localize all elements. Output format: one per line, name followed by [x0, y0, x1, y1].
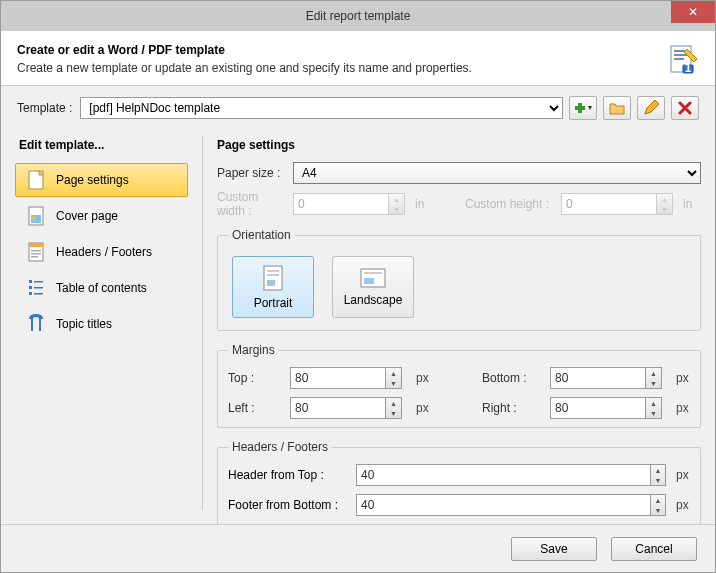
portrait-icon: [262, 264, 284, 292]
main-panel: Page settings Paper size : A4 Custom wid…: [217, 132, 701, 514]
window-title: Edit report template: [1, 9, 715, 23]
delete-template-button[interactable]: [671, 96, 699, 120]
folder-open-icon: [609, 101, 625, 115]
sidebar: Edit template... Page settings Cover pag…: [15, 132, 188, 514]
edit-template-button[interactable]: [637, 96, 665, 120]
margin-left-label: Left :: [228, 401, 284, 415]
unit-in: in: [415, 197, 433, 211]
unit-px: px: [416, 371, 434, 385]
close-button[interactable]: ✕: [671, 1, 715, 23]
footer-spinner[interactable]: ▲▼: [651, 494, 666, 516]
svg-rect-16: [31, 256, 38, 258]
svg-rect-21: [34, 287, 43, 289]
header-spinner[interactable]: ▲▼: [651, 464, 666, 486]
svg-rect-3: [674, 58, 684, 60]
margin-bottom-input[interactable]: [550, 367, 646, 389]
margin-top-label: Top :: [228, 371, 284, 385]
add-plus-icon: [573, 101, 593, 115]
vertical-divider: [202, 136, 203, 510]
svg-rect-15: [31, 253, 41, 255]
landscape-icon: [359, 267, 387, 289]
unit-px: px: [676, 498, 694, 512]
open-template-button[interactable]: [603, 96, 631, 120]
sidebar-item-label: Page settings: [56, 173, 129, 187]
orientation-group: Orientation Portrait Landscape: [217, 228, 701, 331]
margin-right-label: Right :: [482, 401, 544, 415]
sidebar-item-page-settings[interactable]: Page settings: [15, 163, 188, 197]
margin-bottom-spinner[interactable]: ▲▼: [646, 367, 662, 389]
footer-from-bottom-input[interactable]: [356, 494, 651, 516]
svg-rect-25: [267, 274, 279, 276]
svg-rect-13: [29, 243, 43, 247]
template-selector-row: Template : [pdf] HelpNDoc template: [1, 86, 715, 126]
template-dropdown[interactable]: [pdf] HelpNDoc template: [80, 97, 563, 119]
margin-top-spinner[interactable]: ▲▼: [386, 367, 402, 389]
sidebar-item-cover-page[interactable]: Cover page: [15, 199, 188, 233]
custom-width-input: [293, 193, 389, 215]
margin-left-spinner[interactable]: ▲▼: [386, 397, 402, 419]
landscape-label: Landscape: [344, 293, 403, 307]
margins-legend: Margins: [228, 343, 279, 357]
margins-group: Margins Top : ▲▼ px Bottom : ▲▼ px Left …: [217, 343, 701, 428]
unit-px: px: [416, 401, 434, 415]
svg-rect-28: [364, 272, 382, 274]
header-title: Create or edit a Word / PDF template: [17, 43, 667, 57]
sidebar-item-topic-titles[interactable]: Topic titles: [15, 307, 188, 341]
margin-top-input[interactable]: [290, 367, 386, 389]
sidebar-title: Edit template...: [15, 132, 188, 163]
unit-px: px: [676, 371, 694, 385]
svg-rect-17: [29, 280, 32, 283]
sidebar-item-label: Headers / Footers: [56, 245, 152, 259]
orientation-portrait[interactable]: Portrait: [232, 256, 314, 318]
footer-from-bottom-label: Footer from Bottom :: [228, 498, 350, 512]
sidebar-item-table-of-contents[interactable]: Table of contents: [15, 271, 188, 305]
margin-right-spinner[interactable]: ▲▼: [646, 397, 662, 419]
svg-rect-19: [29, 292, 32, 295]
headers-footers-icon: [26, 241, 46, 263]
sidebar-item-label: Cover page: [56, 209, 118, 223]
margin-left-input[interactable]: [290, 397, 386, 419]
pencil-icon: [643, 100, 659, 116]
save-button[interactable]: Save: [511, 537, 597, 561]
svg-rect-22: [34, 293, 43, 295]
unit-px: px: [676, 401, 694, 415]
title-bar: Edit report template ✕: [1, 1, 715, 31]
topic-titles-icon: [26, 313, 46, 335]
close-icon: ✕: [688, 5, 698, 19]
custom-width-label: Custom width :: [217, 190, 287, 218]
cancel-button[interactable]: Cancel: [611, 537, 697, 561]
unit-px: px: [676, 468, 694, 482]
hf-legend: Headers / Footers: [228, 440, 332, 454]
svg-rect-18: [29, 286, 32, 289]
orientation-legend: Orientation: [228, 228, 295, 242]
page-settings-icon: [26, 169, 46, 191]
cover-page-icon: [26, 205, 46, 227]
dialog-window: Edit report template ✕ Create or edit a …: [0, 0, 716, 573]
paper-size-dropdown[interactable]: A4: [293, 162, 701, 184]
custom-height-input: [561, 193, 657, 215]
svg-rect-29: [364, 278, 374, 284]
header-from-top-label: Header from Top :: [228, 468, 350, 482]
svg-rect-24: [267, 270, 279, 272]
headers-footers-group: Headers / Footers Header from Top : ▲▼ p…: [217, 440, 701, 524]
delete-x-icon: [678, 101, 692, 115]
toc-icon: [26, 277, 46, 299]
orientation-landscape[interactable]: Landscape: [332, 256, 414, 318]
svg-text:1: 1: [685, 61, 692, 75]
svg-rect-14: [31, 250, 41, 252]
svg-rect-7: [578, 103, 582, 113]
margin-bottom-label: Bottom :: [482, 371, 544, 385]
add-template-button[interactable]: [569, 96, 597, 120]
svg-rect-20: [34, 281, 43, 283]
template-label: Template :: [17, 101, 72, 115]
unit-in: in: [683, 197, 701, 211]
panel-title: Page settings: [217, 132, 701, 162]
sidebar-item-headers-footers[interactable]: Headers / Footers: [15, 235, 188, 269]
header-subtitle: Create a new template or update an exist…: [17, 61, 667, 75]
svg-point-11: [32, 216, 36, 220]
dialog-footer: Save Cancel: [1, 524, 715, 572]
custom-width-spinner: ▲▼: [389, 193, 405, 215]
margin-right-input[interactable]: [550, 397, 646, 419]
svg-rect-23: [264, 266, 282, 290]
header-from-top-input[interactable]: [356, 464, 651, 486]
